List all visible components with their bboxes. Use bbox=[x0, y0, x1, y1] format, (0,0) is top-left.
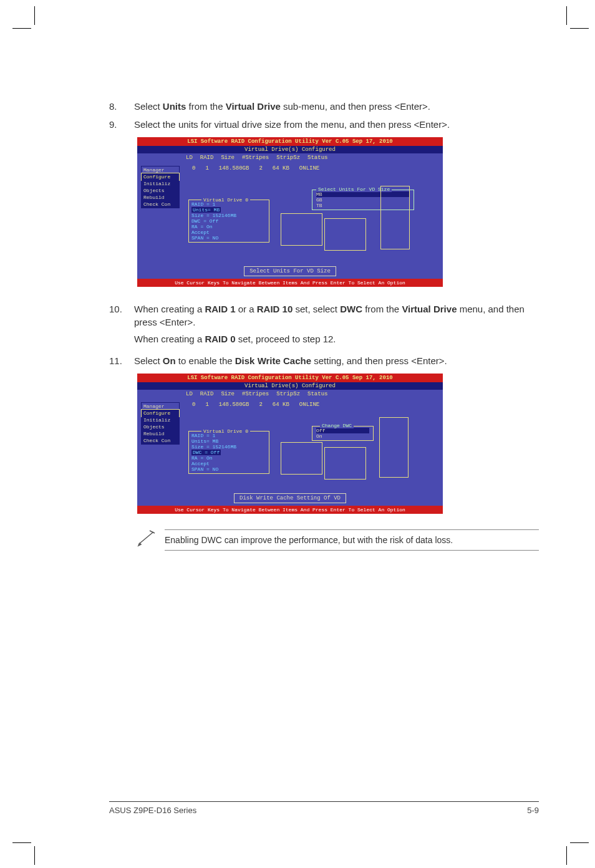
bios-subtitle: Virtual Drive(s) Configured bbox=[137, 382, 443, 390]
vd-title: Virtual Drive 0 bbox=[201, 428, 250, 434]
empty-panel bbox=[380, 186, 410, 249]
menu-check: Check Con bbox=[142, 201, 179, 208]
virtual-drive-box: Virtual Drive 0 RAID = 1 Units= MB Size … bbox=[188, 431, 269, 474]
step-number: 8. bbox=[109, 100, 134, 113]
vd-units: Units= MB bbox=[191, 438, 266, 444]
menu-rebuild: Rebuild bbox=[142, 430, 179, 437]
bios-footer: Use Cursor Keys To Navigate Between Item… bbox=[137, 279, 443, 287]
bios-data-row: 0 1 148.580GB 2 64 KB ONLINE bbox=[140, 401, 440, 413]
bios-left-menu: Manager Configure Initializ Objects Rebu… bbox=[141, 166, 180, 208]
step-number: 11. bbox=[109, 354, 134, 367]
val-raid: 1 bbox=[200, 402, 213, 408]
col-size: Size bbox=[217, 155, 238, 161]
val-status: ONLINE bbox=[294, 402, 324, 408]
virtual-drive-box: Virtual Drive 0 RAID = 1 Units= MB Size … bbox=[188, 200, 269, 243]
empty-panel bbox=[379, 417, 409, 478]
note-text: Enabling DWC can improve the performance… bbox=[165, 529, 539, 551]
val-size: 148.580GB bbox=[214, 402, 254, 408]
val-size: 148.580GB bbox=[214, 165, 254, 171]
menu-initialize: Initializ bbox=[142, 180, 179, 187]
empty-panel bbox=[281, 442, 322, 475]
val-stripsz: 64 KB bbox=[268, 165, 294, 171]
menu-check: Check Con bbox=[142, 437, 179, 444]
step-10: 10. When creating a RAID 1 or a RAID 10 … bbox=[109, 302, 539, 349]
val-stripes: 2 bbox=[254, 165, 267, 171]
col-stripsz: StripSz bbox=[273, 391, 304, 397]
val-ld: 0 bbox=[187, 402, 200, 408]
vd-accept: Accept bbox=[191, 461, 266, 466]
step-text: When creating a RAID 1 or a RAID 10 set,… bbox=[134, 302, 539, 349]
note-icon bbox=[137, 529, 157, 551]
bios-title: LSI Software RAID Configuration Utility … bbox=[137, 374, 443, 382]
bios-data-row: 0 1 148.580GB 2 64 KB ONLINE bbox=[140, 165, 440, 176]
col-ld: LD bbox=[182, 391, 196, 397]
bios-subtitle: Virtual Drive(s) Configured bbox=[137, 146, 443, 153]
page-footer: ASUS Z9PE-D16 Series 5-9 bbox=[109, 801, 539, 815]
bios-column-headers: LD RAID Size #Stripes StripSz Status bbox=[137, 153, 443, 162]
col-raid: RAID bbox=[196, 155, 218, 161]
val-ld: 0 bbox=[187, 165, 200, 171]
bios-status-bar: Select Units For VD Size bbox=[137, 264, 443, 279]
empty-panel bbox=[324, 218, 366, 251]
menu-initialize: Initializ bbox=[142, 417, 179, 423]
dwc-off: Off bbox=[316, 428, 369, 433]
col-stripsz: StripSz bbox=[273, 155, 304, 161]
step-text: Select Units from the Virtual Drive sub-… bbox=[134, 100, 539, 113]
vd-accept: Accept bbox=[191, 229, 266, 235]
col-stripes: #Stripes bbox=[238, 391, 273, 397]
change-dwc-popup: Change DWC Off On bbox=[312, 426, 374, 441]
step-8: 8. Select Units from the Virtual Drive s… bbox=[109, 100, 539, 113]
col-status: Status bbox=[304, 391, 331, 397]
vd-title: Virtual Drive 0 bbox=[201, 197, 250, 203]
menu-objects: Objects bbox=[142, 423, 179, 430]
step-number: 10. bbox=[109, 302, 134, 349]
vd-size: Size = 152146MB bbox=[191, 444, 266, 450]
bios-status-bar: Disk Write Cache Setting Of VD bbox=[137, 491, 443, 506]
dwc-on: On bbox=[316, 433, 369, 439]
val-stripes: 2 bbox=[254, 402, 267, 408]
vd-dwc: DWC = Off bbox=[191, 218, 266, 224]
bios-screenshot-2: LSI Software RAID Configuration Utility … bbox=[137, 374, 443, 514]
vd-span: SPAN = NO bbox=[191, 466, 266, 472]
step-text: Select the units for virtual drive size … bbox=[134, 118, 539, 131]
vd-dwc: DWC = Off bbox=[191, 450, 266, 455]
val-stripsz: 64 KB bbox=[268, 402, 294, 408]
dwc-title: Change DWC bbox=[320, 423, 354, 428]
step-text: Select On to enable the Disk Write Cache… bbox=[134, 354, 539, 367]
bios-column-headers: LD RAID Size #Stripes StripSz Status bbox=[137, 390, 443, 398]
status-text: Disk Write Cache Setting Of VD bbox=[234, 493, 346, 503]
col-size: Size bbox=[217, 391, 238, 397]
step-number: 9. bbox=[109, 118, 134, 131]
bios-left-menu: Manager Configure Initializ Objects Rebu… bbox=[141, 402, 180, 445]
col-raid: RAID bbox=[196, 391, 218, 397]
col-stripes: #Stripes bbox=[238, 155, 273, 161]
vd-ra: RA = On bbox=[191, 455, 266, 461]
vd-size: Size = 152146MB bbox=[191, 213, 266, 218]
note-callout: Enabling DWC can improve the performance… bbox=[137, 529, 539, 551]
step-11: 11. Select On to enable the Disk Write C… bbox=[109, 354, 539, 367]
status-text: Select Units For VD Size bbox=[244, 266, 336, 276]
vd-span: SPAN = NO bbox=[191, 235, 266, 241]
val-status: ONLINE bbox=[294, 165, 324, 171]
col-ld: LD bbox=[182, 155, 196, 161]
col-status: Status bbox=[304, 155, 331, 161]
val-raid: 1 bbox=[200, 165, 213, 171]
vd-units: Units= MB bbox=[191, 207, 266, 213]
footer-left: ASUS Z9PE-D16 Series bbox=[109, 806, 196, 815]
step-9: 9. Select the units for virtual drive si… bbox=[109, 118, 539, 131]
bios-footer: Use Cursor Keys To Navigate Between Item… bbox=[137, 506, 443, 514]
vd-ra: RA = On bbox=[191, 224, 266, 229]
footer-right: 5-9 bbox=[527, 806, 539, 815]
menu-rebuild: Rebuild bbox=[142, 194, 179, 201]
bios-title: LSI Software RAID Configuration Utility … bbox=[137, 137, 443, 146]
menu-objects: Objects bbox=[142, 187, 179, 194]
empty-panel bbox=[281, 213, 322, 246]
bios-screenshot-1: LSI Software RAID Configuration Utility … bbox=[137, 137, 443, 287]
empty-panel bbox=[324, 447, 366, 480]
